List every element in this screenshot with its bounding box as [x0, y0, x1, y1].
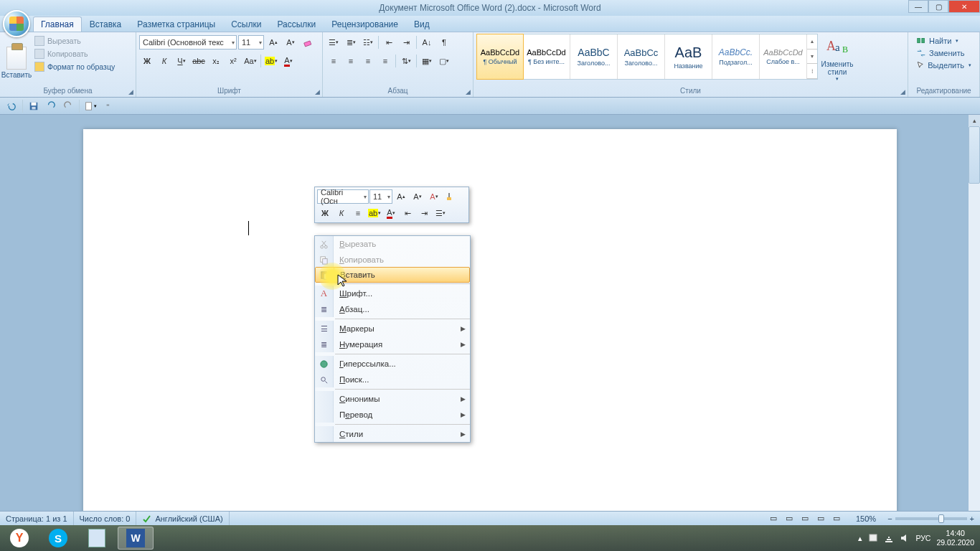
- mini-shrink-font[interactable]: A▾: [410, 189, 425, 204]
- ctx-font[interactable]: AШрифт...: [315, 286, 470, 301]
- ctx-search[interactable]: Поиск...: [315, 372, 470, 387]
- status-lang[interactable]: Английский (США): [136, 512, 229, 525]
- zoom-slider[interactable]: − +: [882, 512, 980, 525]
- tray-lang[interactable]: РУС: [915, 534, 930, 542]
- numbering-button[interactable]: ≣▾: [343, 35, 359, 50]
- shading-button[interactable]: ▦▾: [419, 54, 435, 68]
- ctx-bullets[interactable]: ☰Маркеры▶: [315, 321, 470, 336]
- italic-button[interactable]: К: [156, 54, 172, 68]
- dialog-launcher-icon[interactable]: ◢: [466, 88, 471, 95]
- replace-button[interactable]: Заменить: [915, 47, 972, 59]
- document-page[interactable]: [83, 129, 897, 525]
- taskbar-word[interactable]: W: [118, 527, 154, 550]
- mini-inc-indent[interactable]: ⇥: [416, 206, 432, 220]
- mini-italic[interactable]: К: [334, 206, 349, 220]
- status-page[interactable]: Страница: 1 из 1: [0, 512, 74, 525]
- vertical-scrollbar[interactable]: ▴ ▾: [969, 115, 980, 525]
- styles-more-button[interactable]: ⁞: [807, 64, 817, 79]
- ctx-numbering[interactable]: ≣Нумерация▶: [315, 336, 470, 352]
- maximize-button[interactable]: ▢: [928, 0, 948, 13]
- dialog-launcher-icon[interactable]: ◢: [900, 88, 905, 95]
- tab-view[interactable]: Вид: [406, 17, 438, 32]
- view-full-read[interactable]: ▭: [781, 512, 797, 526]
- volume-icon[interactable]: [900, 533, 910, 543]
- dialog-launcher-icon[interactable]: ◢: [315, 88, 320, 95]
- font-name-combo[interactable]: Calibri (Основной текс▾: [139, 35, 237, 50]
- scroll-up-button[interactable]: ▴: [969, 115, 980, 126]
- style-weak[interactable]: AaBbCcDdСлабое в...: [760, 34, 807, 79]
- mini-styles[interactable]: A▾: [426, 189, 442, 204]
- increase-indent-button[interactable]: ⇥: [398, 35, 414, 50]
- bullets-button[interactable]: ☰▾: [326, 35, 341, 50]
- zoom-level[interactable]: 150%: [850, 512, 882, 525]
- flag-icon[interactable]: [868, 533, 878, 543]
- align-left-button[interactable]: ≡: [326, 54, 341, 68]
- dialog-launcher-icon[interactable]: ◢: [128, 88, 133, 95]
- mini-font-color[interactable]: A▾: [383, 206, 399, 220]
- style-no-spacing[interactable]: AaBbCcDd¶ Без инте...: [523, 34, 570, 79]
- tab-references[interactable]: Ссылки: [223, 17, 269, 32]
- mini-highlight[interactable]: ab▾: [367, 206, 382, 220]
- zoom-out-button[interactable]: −: [887, 514, 892, 523]
- office-button[interactable]: [3, 10, 30, 37]
- qat-redo[interactable]: [61, 99, 75, 113]
- line-spacing-button[interactable]: ⇅▾: [398, 54, 414, 68]
- change-styles-button[interactable]: A a B Изменить стили ▾: [819, 34, 855, 86]
- tab-insert[interactable]: Вставка: [82, 17, 130, 32]
- style-normal[interactable]: AaBbCcDd¶ Обычный: [476, 34, 524, 80]
- document-area[interactable]: ▴ ▾: [0, 115, 980, 525]
- mini-bold[interactable]: Ж: [317, 206, 333, 220]
- select-button[interactable]: Выделить▾: [915, 60, 972, 71]
- view-outline[interactable]: ▭: [813, 512, 829, 526]
- view-draft[interactable]: ▭: [829, 512, 844, 526]
- format-painter-button[interactable]: Формат по образцу: [33, 61, 116, 72]
- tab-home[interactable]: Главная: [33, 17, 82, 32]
- borders-button[interactable]: ▢▾: [436, 54, 452, 68]
- paste-button[interactable]: Вставить: [3, 34, 30, 81]
- sort-button[interactable]: A↓: [419, 35, 435, 50]
- ctx-synonyms[interactable]: Синонимы▶: [315, 391, 470, 407]
- style-subtitle[interactable]: AaBbCc.Подзагол...: [712, 34, 760, 79]
- decrease-indent-button[interactable]: ⇤: [381, 35, 397, 50]
- style-title[interactable]: AaBНазвание: [665, 34, 712, 79]
- bold-button[interactable]: Ж: [139, 54, 155, 68]
- tab-review[interactable]: Рецензирование: [324, 17, 406, 32]
- multilevel-button[interactable]: ☷▾: [360, 35, 376, 50]
- close-button[interactable]: ✕: [948, 0, 980, 13]
- qat-save[interactable]: [27, 99, 41, 113]
- subscript-button[interactable]: x₂: [208, 54, 224, 68]
- ctx-styles[interactable]: Стили▶: [315, 426, 470, 442]
- mini-font-combo[interactable]: Calibri (Осн▾: [317, 189, 369, 204]
- align-center-button[interactable]: ≡: [343, 54, 359, 68]
- font-color-button[interactable]: A▾: [281, 54, 296, 68]
- taskbar-skype[interactable]: S: [40, 527, 76, 550]
- status-words[interactable]: Число слов: 0: [74, 512, 137, 525]
- view-buttons[interactable]: ▭ ▭ ▭ ▭ ▭: [760, 512, 850, 525]
- mini-dec-indent[interactable]: ⇤: [400, 206, 415, 220]
- ctx-paragraph[interactable]: ≣Абзац...: [315, 301, 470, 317]
- mini-bullets[interactable]: ☰▾: [433, 206, 448, 220]
- highlight-button[interactable]: ab▾: [263, 54, 279, 68]
- shrink-font-button[interactable]: A▾: [283, 35, 298, 50]
- styles-up-button[interactable]: ▴: [807, 34, 817, 50]
- tab-page-layout[interactable]: Разметка страницы: [129, 17, 223, 32]
- strike-button[interactable]: abc: [191, 54, 207, 68]
- style-heading1[interactable]: AaBbCЗаголово...: [570, 34, 618, 79]
- mini-format-painter[interactable]: [443, 189, 458, 204]
- ctx-paste[interactable]: Вставить: [315, 267, 470, 283]
- clear-format-button[interactable]: [300, 35, 316, 50]
- qat-new[interactable]: ▾: [83, 99, 98, 113]
- taskbar-yandex[interactable]: Y: [1, 527, 37, 550]
- tray-up-icon[interactable]: ▴: [858, 534, 862, 542]
- ctx-translate[interactable]: Перевод▶: [315, 407, 470, 423]
- show-marks-button[interactable]: ¶: [436, 35, 452, 50]
- style-heading2[interactable]: AaBbCcЗаголово...: [618, 34, 665, 79]
- styles-down-button[interactable]: ▾: [807, 50, 817, 65]
- tray-clock[interactable]: 14:40 29.02.2020: [936, 529, 974, 547]
- mini-center[interactable]: ≡: [350, 206, 366, 220]
- zoom-in-button[interactable]: +: [970, 514, 974, 523]
- font-size-combo[interactable]: 11▾: [238, 35, 264, 50]
- styles-gallery[interactable]: AaBbCcDd¶ Обычный AaBbCcDd¶ Без инте... …: [476, 34, 818, 80]
- underline-button[interactable]: Ч▾: [174, 54, 189, 68]
- tab-mailings[interactable]: Рассылки: [269, 17, 324, 32]
